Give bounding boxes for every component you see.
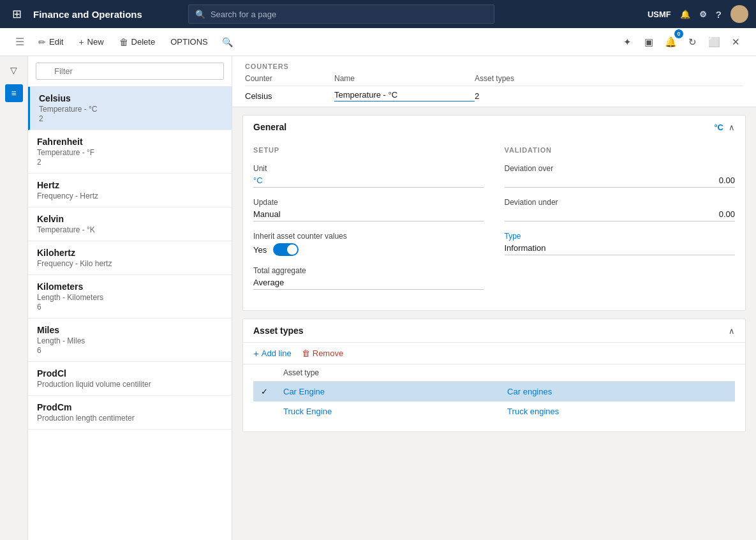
close-button[interactable]: ✕ xyxy=(725,32,746,52)
inherit-label: Inherit asset counter values xyxy=(253,232,484,241)
office-button[interactable]: ▣ xyxy=(639,32,659,52)
sidebar-item-name: Kilohertz xyxy=(37,248,223,258)
sidebar-item-count: 2 xyxy=(37,158,223,167)
avatar[interactable] xyxy=(730,5,748,23)
asset-type-col-header: Asset type xyxy=(276,364,500,382)
counter-col-header: Counter xyxy=(245,74,334,83)
check-col-header xyxy=(253,364,276,382)
general-card: General °C ∧ SETUP Unit °C xyxy=(242,115,746,311)
general-card-header-right: °C ∧ xyxy=(714,123,735,132)
check-cell xyxy=(253,401,276,421)
sidebar-collapse-panel: ▽ ≡ xyxy=(0,56,28,540)
edit-button[interactable]: ✏ Edit xyxy=(32,33,70,51)
help-icon[interactable]: ? xyxy=(716,9,722,20)
sidebar-item[interactable]: ProdCm Production length centimeter xyxy=(28,396,232,430)
bell-icon[interactable]: 🔔 xyxy=(680,10,690,19)
update-value: Manual xyxy=(253,209,484,221)
counters-row: Celsius Temperature - °C 2 xyxy=(245,86,743,107)
asset-types-col-header: Asset types xyxy=(475,74,743,83)
top-nav-bar: ⊞ Finance and Operations 🔍 USMF 🔔 ⚙ ? xyxy=(0,0,756,28)
sidebar-item-count: 2 xyxy=(39,114,223,123)
refresh-button[interactable]: ↻ xyxy=(682,32,702,52)
counters-columns: Counter Name Asset types xyxy=(245,74,743,86)
trash-icon: 🗑 xyxy=(119,37,128,47)
sidebar-item[interactable]: Kilometers Length - Kilometers 6 xyxy=(28,275,232,319)
setup-col: SETUP Unit °C Update Manual Inherit asse… xyxy=(253,146,484,300)
counter-cell: Celsius xyxy=(245,91,334,101)
add-line-button[interactable]: + Add line xyxy=(253,348,292,359)
sidebar-item[interactable]: Miles Length - Miles 6 xyxy=(28,319,232,362)
search-icon: 🔍 xyxy=(195,10,205,19)
deviation-under-field: Deviation under 0.00 xyxy=(505,198,736,221)
search-input[interactable] xyxy=(211,10,487,19)
sidebar-list: Celsius Temperature - °C 2 Fahrenheit Te… xyxy=(28,87,232,540)
content-area: COUNTERS Counter Name Asset types Celsiu… xyxy=(232,56,756,540)
sidebar-item-sub: Temperature - °F xyxy=(37,148,223,157)
sidebar-item-name: ProdCl xyxy=(37,368,223,379)
general-chevron-icon: ∧ xyxy=(729,123,735,132)
sidebar: 🔍 Celsius Temperature - °C 2 Fahrenheit … xyxy=(28,56,232,540)
asset-types-card: Asset types ∧ + Add line 🗑 Remove xyxy=(242,319,746,432)
org-label: USMF xyxy=(648,10,671,19)
remove-button[interactable]: 🗑 Remove xyxy=(302,349,343,358)
sidebar-item-sub: Length - Miles xyxy=(37,336,223,345)
asset-types-table-wrap: Asset type ✓ Car Engine Car engines Truc… xyxy=(243,364,745,431)
inherit-toggle[interactable] xyxy=(273,243,299,256)
asset-types-chevron-icon[interactable]: ∧ xyxy=(729,326,735,336)
sidebar-item-name: Miles xyxy=(37,325,223,335)
sidebar-item[interactable]: Kelvin Temperature - °K xyxy=(28,207,232,241)
sidebar-item-name: Fahrenheit xyxy=(37,137,223,147)
asset-table-row[interactable]: Truck Engine Truck engines xyxy=(253,401,735,421)
total-aggregate-field: Total aggregate Average xyxy=(253,266,484,290)
sidebar-item[interactable]: Celsius Temperature - °C 2 xyxy=(28,87,232,130)
sidebar-item-sub: Production length centimeter xyxy=(37,414,223,423)
asset-type-cell: Truck Engine xyxy=(276,401,500,421)
general-card-body: SETUP Unit °C Update Manual Inherit asse… xyxy=(243,139,745,310)
inherit-yes-label: Yes xyxy=(253,245,267,255)
counters-section-label: COUNTERS xyxy=(245,63,743,70)
maximize-button[interactable]: ⬜ xyxy=(704,32,724,52)
remove-trash-icon: 🗑 xyxy=(302,349,310,358)
sidebar-item[interactable]: Fahrenheit Temperature - °F 2 xyxy=(28,130,232,174)
sidebar-item[interactable]: Hertz Frequency - Hertz xyxy=(28,174,232,207)
list-nav-icon[interactable]: ≡ xyxy=(5,84,23,102)
asset-name-cell: Car engines xyxy=(500,382,735,402)
new-button[interactable]: + New xyxy=(72,33,110,51)
deviation-under-label: Deviation under xyxy=(505,198,736,207)
filter-input[interactable] xyxy=(36,63,224,80)
total-aggregate-label: Total aggregate xyxy=(253,266,484,275)
options-button[interactable]: OPTIONS xyxy=(164,33,214,50)
asset-types-card-title: Asset types xyxy=(253,326,729,336)
sidebar-item-name: Kilometers xyxy=(37,281,223,292)
toggle-row: Yes xyxy=(253,243,484,256)
toolbar-search-icon[interactable]: 🔍 xyxy=(217,33,238,51)
top-bar-right-section: USMF 🔔 ⚙ ? xyxy=(648,5,748,23)
notification-badge: 0 xyxy=(674,29,683,38)
general-card-header[interactable]: General °C ∧ xyxy=(243,116,745,139)
sidebar-toggle-icon[interactable]: ☰ xyxy=(10,32,29,52)
sidebar-item-sub: Length - Kilometers xyxy=(37,293,223,302)
update-label: Update xyxy=(253,198,484,207)
name-cell: Temperature - °C xyxy=(334,90,475,101)
unit-field: Unit °C xyxy=(253,164,484,188)
asset-table-header-row: Asset type xyxy=(253,364,735,382)
grid-icon[interactable]: ⊞ xyxy=(8,7,26,21)
delete-button[interactable]: 🗑 Delete xyxy=(113,33,162,51)
global-search[interactable]: 🔍 xyxy=(188,4,494,24)
asset-table-row[interactable]: ✓ Car Engine Car engines xyxy=(253,382,735,402)
gear-icon[interactable]: ⚙ xyxy=(699,10,707,19)
sidebar-item[interactable]: Kilohertz Frequency - Kilo hertz xyxy=(28,241,232,275)
new-plus-icon: + xyxy=(78,37,84,47)
edit-icon: ✏ xyxy=(38,37,46,47)
total-aggregate-value: Average xyxy=(253,278,484,290)
sidebar-item-count: 6 xyxy=(37,303,223,311)
filter-nav-icon[interactable]: ▽ xyxy=(5,61,23,79)
asset-type-cell: Car Engine xyxy=(276,382,500,402)
sidebar-item[interactable]: ProdCl Production liquid volume centilit… xyxy=(28,362,232,396)
toolbar: ☰ ✏ Edit + New 🗑 Delete OPTIONS 🔍 ✦ ▣ 🔔 … xyxy=(0,28,756,56)
deviation-over-label: Deviation over xyxy=(505,164,736,173)
pin-button[interactable]: ✦ xyxy=(617,32,637,52)
validation-col: VALIDATION Deviation over 0.00 Deviation… xyxy=(505,146,736,300)
counters-header: COUNTERS Counter Name Asset types Celsiu… xyxy=(232,56,756,107)
deviation-under-value: 0.00 xyxy=(505,209,736,221)
